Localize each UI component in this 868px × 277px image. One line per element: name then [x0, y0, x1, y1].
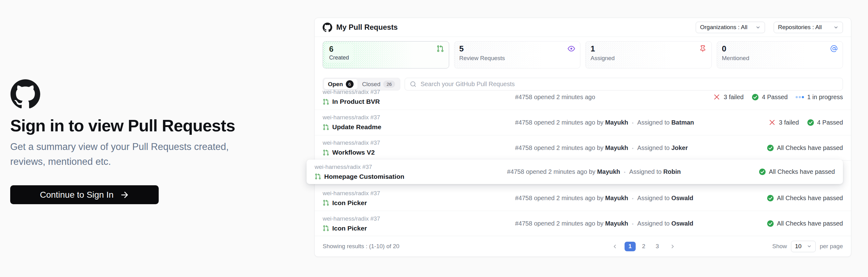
check-label: 4 Passed: [817, 119, 843, 126]
pr-title: Workflows V2: [332, 149, 375, 156]
pr-meta: #4758 opened 2 minutes ago by Mayukh•Ass…: [507, 168, 759, 175]
check-circle-icon: [759, 168, 766, 175]
pr-author: Mayukh: [605, 144, 628, 151]
check-label: All Checks have passed: [777, 195, 843, 202]
next-page-button[interactable]: [670, 244, 676, 249]
pr-row[interactable]: wei-harness/radix #37 Workflows V2 #4758…: [315, 135, 851, 161]
passed-check-status: All Checks have passed: [767, 144, 843, 151]
stat-card-assigned[interactable]: 1 Assigned: [585, 41, 712, 68]
pr-row-left: wei-harness/radix #37 Homepage Customisa…: [307, 164, 507, 180]
panel-title: My Pull Requests: [336, 23, 398, 32]
failed-check-status: 3 failed: [768, 119, 799, 126]
pr-author: Mayukh: [605, 119, 628, 126]
stat-card-created[interactable]: 6 Created: [323, 41, 449, 68]
pr-assignee: Oswald: [671, 195, 693, 201]
created-count: 6: [329, 45, 349, 54]
pr-repo-name: wei-harness/radix #37: [323, 114, 515, 121]
pr-author: Mayukh: [605, 195, 628, 201]
pr-meta: #4758 opened 2 minutes ago by Mayukh•Ass…: [515, 119, 768, 126]
passed-check-status: 4 Passed: [807, 119, 843, 126]
pr-row-left: wei-harness/radix #37 Icon Picker: [315, 215, 515, 232]
pr-row[interactable]: wei-harness/radix #37 In Product BVR #47…: [315, 85, 851, 110]
passed-check-status: All Checks have passed: [767, 195, 843, 202]
pr-repo-name: wei-harness/radix #37: [315, 164, 507, 170]
pull-request-icon: [315, 173, 321, 180]
pr-row-left: wei-harness/radix #37 Workflows V2: [315, 139, 515, 156]
pr-checks: 3 failed4 Passed1 in progress: [713, 93, 851, 101]
passed-check-status: 4 Passed: [752, 93, 787, 101]
pr-row-left: wei-harness/radix #37 Update Readme: [315, 114, 515, 131]
stat-card-review-requests[interactable]: 5 Review Requests: [454, 41, 581, 68]
pr-row[interactable]: wei-harness/radix #37 Update Readme #475…: [315, 110, 851, 135]
pr-row[interactable]: wei-harness/radix #37 Icon Picker #4758 …: [315, 211, 851, 236]
continue-signin-label: Continue to Sign In: [40, 190, 114, 200]
pr-meta: #4758 opened 2 minutes ago by Mayukh•Ass…: [515, 144, 767, 151]
pull-request-icon: [323, 99, 329, 105]
page-button-2[interactable]: 2: [638, 242, 649, 251]
check-circle-icon: [767, 144, 774, 151]
pr-checks: All Checks have passed: [759, 168, 843, 175]
progress-check-status: 1 in progress: [796, 93, 843, 101]
x-failed-icon: [713, 93, 720, 101]
assigned-label: Assigned: [591, 55, 707, 62]
meta-separator-dot: •: [632, 120, 633, 126]
pagination: 123: [515, 242, 772, 251]
pull-request-icon: [436, 45, 444, 52]
repositories-filter-dropdown[interactable]: Repositories : All: [774, 22, 843, 33]
pr-author: Mayukh: [597, 168, 620, 175]
per-page-label: per page: [820, 243, 843, 250]
pr-repo-name: wei-harness/radix #37: [323, 215, 515, 222]
previous-page-button[interactable]: [612, 244, 618, 249]
signin-section: Sign in to view Pull Requests Get a summ…: [10, 79, 267, 204]
chevron-left-icon: [612, 244, 618, 249]
pr-checks: All Checks have passed: [767, 220, 851, 227]
repositories-filter-label: Repositories : All: [778, 24, 822, 31]
stats-cards: 6 Created 5 Review Requests 1 Assigned 0…: [323, 41, 843, 68]
page-button-1[interactable]: 1: [625, 242, 636, 251]
created-label: Created: [329, 55, 349, 61]
passed-check-status: All Checks have passed: [767, 220, 843, 227]
organizations-filter-label: Organizations : All: [700, 24, 747, 31]
check-label: All Checks have passed: [777, 144, 843, 151]
pr-row[interactable]: wei-harness/radix #37 Homepage Customisa…: [315, 161, 851, 186]
pagination-pages: 123: [625, 242, 663, 251]
pr-row-left: wei-harness/radix #37 In Product BVR: [315, 89, 515, 105]
github-logo-icon: [323, 23, 332, 32]
pr-meta: #4758 opened 2 minutes ago by Mayukh•Ass…: [515, 220, 767, 227]
organizations-filter-dropdown[interactable]: Organizations : All: [696, 22, 765, 33]
pull-request-icon: [323, 149, 329, 156]
page-button-3[interactable]: 3: [652, 242, 663, 251]
results-summary: Showing results : (1-10) of 20: [315, 243, 515, 250]
chevron-down-icon: [833, 25, 839, 30]
chevron-down-icon: [755, 25, 761, 30]
meta-separator-dot: •: [632, 221, 633, 226]
pr-repo-name: wei-harness/radix #37: [323, 89, 515, 95]
pr-checks: All Checks have passed: [767, 195, 851, 202]
review-requests-count: 5: [459, 44, 576, 53]
chevron-down-icon: [807, 244, 812, 249]
continue-signin-button[interactable]: Continue to Sign In: [10, 185, 159, 204]
check-circle-icon: [767, 195, 774, 202]
x-failed-icon: [768, 119, 776, 126]
check-label: All Checks have passed: [777, 220, 843, 227]
panel-footer: Showing results : (1-10) of 20 123 Show …: [315, 236, 851, 256]
pull-request-icon: [323, 199, 329, 206]
stat-card-mentioned[interactable]: 0 Mentioned: [717, 41, 843, 68]
chevron-right-icon: [670, 244, 676, 249]
check-circle-icon: [807, 119, 814, 126]
check-label: All Checks have passed: [769, 168, 835, 175]
meta-separator-dot: •: [624, 169, 625, 175]
signin-subtitle: Get a summary view of your Pull Requests…: [10, 139, 255, 169]
pr-meta: #4758 opened 2 minutes ago: [515, 93, 713, 101]
pr-checks: All Checks have passed: [767, 144, 851, 151]
mentioned-count: 0: [722, 44, 838, 53]
panel-header: My Pull Requests Organizations : All Rep…: [315, 18, 851, 37]
per-page-dropdown[interactable]: 10: [791, 241, 816, 252]
meta-separator-dot: •: [632, 146, 633, 151]
pr-title: Icon Picker: [332, 199, 367, 207]
pr-row[interactable]: wei-harness/radix #37 Icon Picker #4758 …: [315, 186, 851, 211]
failed-check-status: 3 failed: [713, 93, 744, 101]
check-circle-icon: [752, 93, 759, 101]
eye-icon: [568, 45, 575, 52]
check-label: 3 failed: [779, 119, 799, 126]
